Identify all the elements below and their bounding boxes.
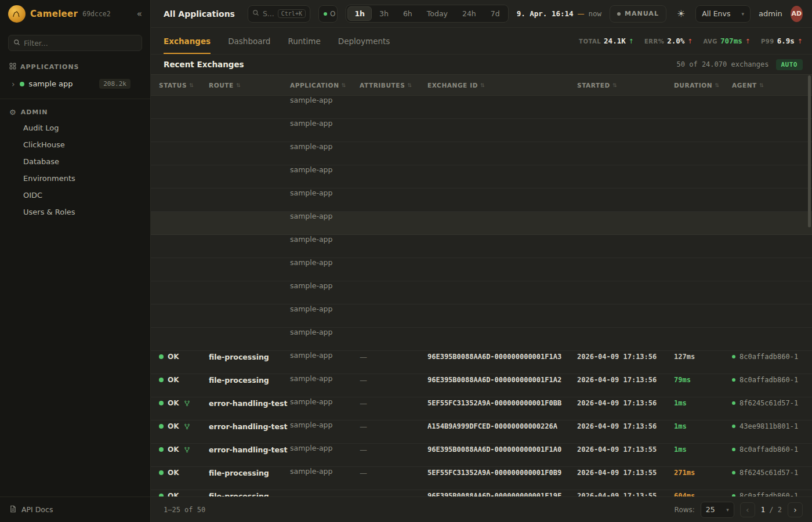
app-name: Cameleer: [30, 9, 78, 19]
table-row[interactable]: OKfile-processingsample-app—96E395B0088A…: [151, 258, 812, 281]
api-docs-icon: [9, 505, 17, 514]
trend-up-arrow-icon: ↑: [745, 38, 751, 45]
scrollbar[interactable]: [808, 75, 811, 227]
column-label: ROUTE: [209, 82, 234, 89]
sidebar-item-clickhouse[interactable]: ClickHouse: [0, 136, 150, 153]
time-range-7d[interactable]: 7d: [484, 6, 507, 21]
instance-id: 69dcce2: [82, 10, 110, 18]
admin-section-label: ADMIN: [21, 108, 48, 116]
column-header-route[interactable]: ROUTE⇅: [209, 82, 290, 89]
tab-deployments[interactable]: Deployments: [338, 28, 390, 54]
sort-icon: ⇅: [236, 82, 241, 88]
topbar: All Applications S... Ctrl+K O 1h3h6hTod…: [151, 0, 812, 28]
global-search-button[interactable]: S... Ctrl+K: [248, 5, 310, 23]
status-ok-dot: [159, 470, 164, 475]
column-label: APPLICATION: [290, 82, 339, 89]
stat-label: P99: [761, 38, 774, 45]
sidebar-item-database[interactable]: Database: [0, 153, 150, 170]
stat-value: 6.9s: [777, 37, 795, 45]
filter-input[interactable]: [24, 39, 137, 48]
manual-label: MANUAL: [625, 10, 659, 17]
column-header-started[interactable]: STARTED⇅: [577, 82, 674, 89]
api-docs-link[interactable]: API Docs: [21, 505, 53, 514]
status-ok-dot: [159, 354, 164, 359]
column-header-duration[interactable]: DURATION⇅: [674, 82, 732, 89]
stat-p99: P996.9s↑: [761, 37, 803, 45]
prev-page-button[interactable]: ‹: [740, 502, 755, 517]
time-range-today[interactable]: Today: [420, 6, 455, 21]
trend-up-arrow-icon: ↑: [798, 38, 803, 45]
column-header-status[interactable]: STATUS⇅: [159, 82, 209, 89]
auto-refresh-badge[interactable]: AUTO: [776, 59, 803, 70]
status-cell: OK: [159, 422, 209, 430]
rows-per-page-select[interactable]: 25 ▾: [701, 502, 734, 518]
sidebar-item-oidc[interactable]: OIDC: [0, 187, 150, 204]
column-header-exchange-id[interactable]: EXCHANGE ID⇅: [427, 82, 577, 89]
table-row[interactable]: OKfile-processingsample-app—96E395B0088A…: [151, 119, 812, 142]
table-row[interactable]: OKfile-processingsample-app—96E395B0088A…: [151, 281, 812, 304]
application-cell: sample-app: [290, 467, 812, 496]
online-indicator[interactable]: O: [318, 5, 338, 23]
admin-menu: Audit LogClickHouseDatabaseEnvironmentsO…: [0, 119, 150, 220]
app-online-dot: [20, 82, 24, 86]
applications-section-header: APPLICATIONS: [0, 59, 150, 75]
sort-icon: ⇅: [189, 82, 194, 88]
table-title-bar: Recent Exchanges 50 of 24.070 exchanges …: [151, 55, 812, 74]
column-label: EXCHANGE ID: [427, 82, 478, 89]
online-label: O: [330, 10, 335, 18]
table-row[interactable]: OKerror-handling-testsample-app—96E395B0…: [151, 188, 812, 212]
column-header-application[interactable]: APPLICATION⇅: [290, 82, 360, 89]
env-select[interactable]: All Envs ▾: [695, 5, 751, 23]
status-cell: OK: [159, 376, 209, 384]
avatar[interactable]: AD: [791, 6, 803, 22]
table-row[interactable]: OKfile-processingsample-app—A154B9A999DF…: [151, 304, 812, 328]
tab-exchanges[interactable]: Exchanges: [164, 28, 211, 54]
sidebar-divider: [0, 99, 150, 99]
stat-err: ERR%2.0%↑: [644, 37, 693, 45]
username: admin: [759, 9, 782, 18]
table-row[interactable]: OKfile-processingsample-app—5EF55FC31352…: [151, 328, 812, 351]
page-separator: /: [769, 506, 773, 514]
stat-value: 707ms: [720, 37, 742, 45]
sidebar-item-users-roles[interactable]: Users & Roles: [0, 204, 150, 220]
sort-icon: ⇅: [612, 82, 617, 88]
table-row[interactable]: OKfile-processingsample-app—96E395B0088A…: [151, 235, 812, 258]
time-range-1h[interactable]: 1h: [347, 6, 372, 21]
manual-refresh-button[interactable]: MANUAL: [610, 5, 666, 23]
manual-dot: [617, 12, 621, 16]
table-row[interactable]: OKfile-processingsample-app—96E395B0088A…: [151, 96, 812, 119]
tab-dashboard[interactable]: Dashboard: [228, 28, 270, 54]
table-row[interactable]: OKfile-processingsample-app—5EF55FC31352…: [151, 212, 812, 235]
status-cell: OK: [159, 353, 209, 361]
table-row[interactable]: OKerror-handling-testsample-app—A154B9A9…: [151, 165, 812, 188]
stat-avg: AVG707ms↑: [704, 37, 751, 45]
applications-section-label: APPLICATIONS: [20, 63, 79, 71]
applications-icon: [9, 63, 16, 71]
pagination-bar: 1–25 of 50 Rows: 25 ▾ ‹ 1 / 2 ›: [151, 496, 812, 522]
app-count-badge: 208.2k: [99, 79, 130, 89]
trend-up-arrow-icon: ↑: [629, 38, 634, 45]
next-page-button[interactable]: ›: [788, 502, 803, 517]
sidebar-item-environments[interactable]: Environments: [0, 170, 150, 187]
sidebar-footer: API Docs: [0, 496, 150, 522]
sidebar-item-audit-log[interactable]: Audit Log: [0, 119, 150, 136]
tabs: ExchangesDashboardRuntimeDeployments: [164, 28, 390, 54]
sidebar-item-sample-app[interactable]: › sample app 208.2k: [0, 75, 150, 93]
route-cell: file-processing: [209, 469, 290, 477]
time-range-24h[interactable]: 24h: [455, 6, 483, 21]
total-pages: 2: [778, 506, 782, 514]
column-header-agent[interactable]: AGENT⇅: [732, 82, 804, 89]
time-range-3h[interactable]: 3h: [372, 6, 396, 21]
time-range-6h[interactable]: 6h: [396, 6, 419, 21]
collapse-sidebar-button[interactable]: «: [137, 9, 142, 19]
tab-runtime[interactable]: Runtime: [288, 28, 320, 54]
sort-icon: ⇅: [342, 82, 346, 88]
route-cell: file-processing: [209, 353, 290, 361]
table-row[interactable]: OKerror-handling-testsample-app—5EF55FC3…: [151, 142, 812, 165]
date-range-display[interactable]: 9. Apr. 16:14 — now: [517, 9, 601, 18]
status-cell: OK: [159, 492, 209, 496]
theme-toggle-icon[interactable]: ☀: [675, 8, 687, 19]
status-cell: OK: [159, 445, 209, 454]
column-header-attributes[interactable]: ATTRIBUTES⇅: [360, 82, 427, 89]
env-select-value: All Envs: [702, 9, 730, 18]
